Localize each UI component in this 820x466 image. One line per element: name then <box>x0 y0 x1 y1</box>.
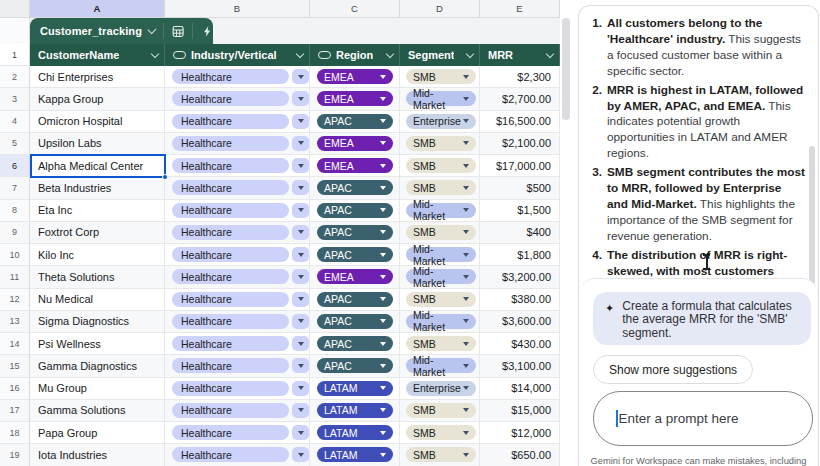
chevron-down-icon[interactable] <box>386 49 394 57</box>
table-tab[interactable]: Customer_tracking <box>30 18 213 44</box>
cell-customer-name[interactable]: Chi Enterprises <box>30 66 165 88</box>
region-chip[interactable]: EMEA <box>317 91 393 106</box>
cell-segment[interactable]: Mid-Market <box>400 311 480 333</box>
cell-customer-name[interactable]: Nu Medical <box>30 289 165 311</box>
cell-segment[interactable]: SMB <box>400 66 480 88</box>
cell-segment[interactable]: SMB <box>400 289 480 311</box>
row-number[interactable]: 10 <box>0 244 30 266</box>
cell-region[interactable]: APAC <box>310 244 400 266</box>
industry-chip[interactable]: Healthcare <box>172 269 289 284</box>
cell-customer-name[interactable]: Gamma Solutions <box>30 400 165 422</box>
industry-chip[interactable]: Healthcare <box>172 292 289 307</box>
industry-dropdown[interactable] <box>292 158 309 173</box>
show-more-suggestions-button[interactable]: Show more suggestions <box>593 355 753 384</box>
cell-region[interactable]: APAC <box>310 177 400 199</box>
industry-chip[interactable]: Healthcare <box>172 136 289 151</box>
column-header-e[interactable]: E <box>480 0 560 18</box>
industry-dropdown[interactable] <box>292 203 309 218</box>
cell-segment[interactable]: SMB <box>400 333 480 355</box>
panel-scrollbar[interactable] <box>809 146 815 288</box>
segment-chip[interactable]: SMB <box>406 180 476 195</box>
cell-customer-name[interactable]: Omicron Hospital <box>30 111 165 133</box>
chevron-down-icon[interactable] <box>296 49 304 57</box>
cell-region[interactable]: LATAM <box>310 422 400 444</box>
cell-region[interactable]: APAC <box>310 355 400 377</box>
cell-mrr[interactable]: $15,000 <box>480 400 560 422</box>
segment-chip[interactable]: Mid-Market <box>406 269 476 284</box>
cell-industry[interactable]: Healthcare <box>165 222 310 244</box>
region-chip[interactable]: EMEA <box>317 136 393 151</box>
cell-segment[interactable]: SMB <box>400 155 480 177</box>
cell-segment[interactable]: SMB <box>400 444 480 466</box>
table-grid-icon[interactable] <box>172 24 184 39</box>
cell-region[interactable]: APAC <box>310 111 400 133</box>
cell-mrr[interactable]: $2,100.00 <box>480 133 560 155</box>
cell-industry[interactable]: Healthcare <box>165 155 310 177</box>
cell-segment[interactable]: Mid-Market <box>400 244 480 266</box>
cell-customer-name[interactable]: Kappa Group <box>30 88 165 110</box>
cell-customer-name[interactable]: Iota Industries <box>30 444 165 466</box>
region-chip[interactable]: APAC <box>317 336 393 351</box>
chevron-down-icon[interactable] <box>466 49 474 57</box>
cell-industry[interactable]: Healthcare <box>165 444 310 466</box>
row-number[interactable]: 18 <box>0 422 30 444</box>
cell-mrr[interactable]: $3,100.00 <box>480 355 560 377</box>
industry-dropdown[interactable] <box>292 358 309 373</box>
industry-chip[interactable]: Healthcare <box>172 403 289 418</box>
industry-dropdown[interactable] <box>292 91 309 106</box>
cell-region[interactable]: EMEA <box>310 155 400 177</box>
region-chip[interactable]: APAC <box>317 314 393 329</box>
region-chip[interactable]: APAC <box>317 203 393 218</box>
cell-industry[interactable]: Healthcare <box>165 355 310 377</box>
header-industry[interactable]: Industry/Vertical <box>165 44 310 66</box>
fill-handle[interactable] <box>162 174 168 180</box>
cell-mrr[interactable]: $400 <box>480 222 560 244</box>
industry-dropdown[interactable] <box>292 269 309 284</box>
segment-chip[interactable]: Mid-Market <box>406 314 476 329</box>
industry-dropdown[interactable] <box>292 114 309 129</box>
cell-segment[interactable]: SMB <box>400 133 480 155</box>
chevron-down-icon[interactable] <box>147 25 156 34</box>
cell-region[interactable]: LATAM <box>310 378 400 400</box>
cell-region[interactable]: APAC <box>310 333 400 355</box>
row-number[interactable]: 1 <box>0 44 30 66</box>
industry-chip[interactable]: Healthcare <box>172 447 289 462</box>
cell-industry[interactable]: Healthcare <box>165 177 310 199</box>
cell-segment[interactable]: Enterprise <box>400 111 480 133</box>
cell-customer-name[interactable]: Theta Solutions <box>30 266 165 288</box>
cell-region[interactable]: EMEA <box>310 88 400 110</box>
suggestion-card[interactable]: ✦ Create a formula that calculates the a… <box>593 292 811 345</box>
chevron-down-icon[interactable] <box>546 49 554 57</box>
industry-chip[interactable]: Healthcare <box>172 225 289 240</box>
cell-mrr[interactable]: $500 <box>480 177 560 199</box>
cell-customer-name[interactable]: Eta Inc <box>30 200 165 222</box>
cell-segment[interactable]: Mid-Market <box>400 355 480 377</box>
region-chip[interactable]: LATAM <box>317 381 393 396</box>
industry-dropdown[interactable] <box>292 247 309 262</box>
industry-chip[interactable]: Healthcare <box>172 158 289 173</box>
cell-customer-name[interactable]: Alpha Medical Center <box>30 155 165 177</box>
region-chip[interactable]: APAC <box>317 247 393 262</box>
row-number[interactable]: 7 <box>0 177 30 199</box>
segment-chip[interactable]: Mid-Market <box>406 203 476 218</box>
industry-chip[interactable]: Healthcare <box>172 381 289 396</box>
cell-mrr[interactable]: $380.00 <box>480 289 560 311</box>
cell-region[interactable]: APAC <box>310 222 400 244</box>
cell-customer-name[interactable]: Papa Group <box>30 422 165 444</box>
industry-dropdown[interactable] <box>292 292 309 307</box>
segment-chip[interactable]: Enterprise <box>406 114 476 129</box>
cell-mrr[interactable]: $430.00 <box>480 333 560 355</box>
cell-segment[interactable]: SMB <box>400 222 480 244</box>
cell-segment[interactable]: Mid-Market <box>400 88 480 110</box>
cell-mrr[interactable]: $17,000.00 <box>480 155 560 177</box>
row-number[interactable]: 4 <box>0 111 30 133</box>
column-header-b[interactable]: B <box>165 0 310 18</box>
cell-industry[interactable]: Healthcare <box>165 200 310 222</box>
industry-chip[interactable]: Healthcare <box>172 336 289 351</box>
industry-dropdown[interactable] <box>292 180 309 195</box>
cell-segment[interactable]: SMB <box>400 422 480 444</box>
cell-industry[interactable]: Healthcare <box>165 244 310 266</box>
industry-dropdown[interactable] <box>292 136 309 151</box>
chevron-down-icon[interactable] <box>151 49 159 57</box>
cell-mrr[interactable]: $14,000 <box>480 378 560 400</box>
